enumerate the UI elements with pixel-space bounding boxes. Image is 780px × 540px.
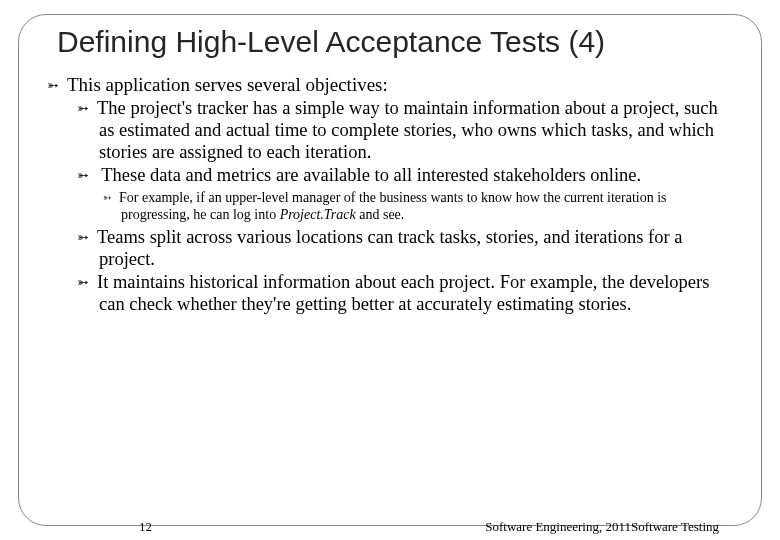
text: It maintains historical information abou… — [97, 272, 709, 314]
curly-bullet-icon: ➳ — [77, 274, 97, 290]
text: Teams split across various locations can… — [97, 227, 682, 269]
text-italic: Project.Track — [280, 207, 356, 222]
curly-bullet-icon: ➳ — [77, 100, 97, 116]
page-number: 12 — [139, 519, 152, 535]
text: This application serves several objectiv… — [67, 74, 388, 95]
slide-title: Defining High-Level Acceptance Tests (4) — [57, 25, 733, 60]
slide-body: ➳This application serves several objecti… — [47, 74, 733, 317]
bullet-intro: ➳This application serves several objecti… — [47, 74, 733, 96]
curly-bullet-icon: ➳ — [77, 229, 97, 245]
bullet-example: ➳For example, if an upper-level manager … — [53, 190, 733, 224]
text-post: and see. — [356, 207, 405, 222]
curly-bullet-icon: ➳ — [77, 167, 97, 183]
curly-bullet-icon: ➳ — [103, 192, 119, 204]
bullet-teams: ➳Teams split across various locations ca… — [53, 227, 733, 271]
curly-bullet-icon: ➳ — [47, 77, 67, 94]
bullet-historical: ➳It maintains historical information abo… — [53, 272, 733, 316]
text: These data and metrics are available to … — [97, 165, 641, 185]
slide-frame: Defining High-Level Acceptance Tests (4)… — [18, 14, 762, 526]
bullet-tracker: ➳The project's tracker has a simple way … — [53, 98, 733, 163]
footer-right: Software Engineering, 2011Software Testi… — [485, 519, 719, 535]
bullet-stakeholders: ➳ These data and metrics are available t… — [53, 165, 733, 187]
text: The project's tracker has a simple way t… — [97, 98, 718, 162]
